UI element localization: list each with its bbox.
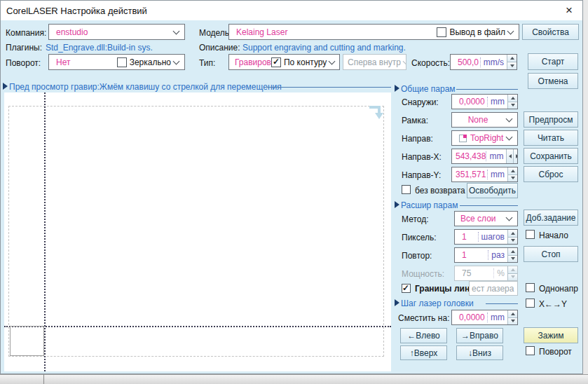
frame-select[interactable]: None — [451, 112, 518, 128]
outside-spinner[interactable] — [507, 95, 517, 109]
preview-button[interactable]: Предпросм — [524, 111, 578, 128]
pixel-spinner[interactable] — [507, 230, 517, 244]
reset-button[interactable]: Сброс — [524, 166, 578, 182]
advanced-header: Расшир парам — [401, 200, 458, 210]
add-task-button[interactable]: Доб.задание — [524, 210, 578, 226]
preview-header: Пред просмотр гравир:Жмём клавишу со стр… — [9, 82, 282, 92]
direction-x-value: 543,438 — [452, 151, 486, 161]
direction-select[interactable]: TopRight — [451, 130, 518, 146]
rotate-head-label: Поворот — [539, 347, 572, 357]
speed-unit: mm/s — [480, 57, 507, 67]
begin-label: Начало — [539, 231, 568, 240]
outside-label: Снаружи: — [402, 97, 439, 107]
rotate-label: Поворот: — [6, 58, 41, 68]
model-label: Модель: — [199, 28, 231, 38]
cancel-button[interactable]: Отмена — [528, 73, 578, 89]
inner-first-select: Сперва внутр — [343, 54, 406, 70]
header-line — [265, 87, 391, 88]
contour-checkbox[interactable] — [271, 57, 281, 67]
section-arrow-icon — [395, 299, 399, 306]
page-border — [8, 106, 384, 357]
properties-button[interactable]: Свойства — [522, 24, 579, 40]
rotate-head-checkbox[interactable] — [526, 346, 535, 355]
release-button[interactable]: Освободить — [467, 183, 518, 198]
direction-y-spinner[interactable] — [507, 167, 517, 181]
header-line — [460, 205, 518, 206]
begin-checkbox[interactable] — [526, 230, 535, 239]
speed-value: 500,0 — [451, 57, 480, 67]
mirror-checkbox[interactable] — [117, 57, 127, 67]
outside-input[interactable]: 0,0000 mm — [451, 94, 518, 109]
method-select[interactable]: Все слои — [454, 211, 518, 226]
direction-x-input[interactable]: 543,438 mm — [451, 149, 518, 164]
border-line-checkbox[interactable] — [402, 284, 411, 293]
pixel-input[interactable]: 1 шагов — [454, 229, 518, 245]
contour-label: По контуру — [284, 57, 327, 67]
rotate-value: Нет — [49, 57, 114, 67]
chevron-down-icon — [506, 214, 513, 221]
clamp-button[interactable]: Зажим — [524, 327, 578, 343]
direction-y-input[interactable]: 351,571 mm — [451, 167, 518, 182]
mirror-label: Зеркально — [130, 57, 171, 67]
xy-swap-checkbox[interactable] — [526, 299, 535, 308]
repeat-spinner[interactable] — [507, 248, 517, 262]
output-to-file-checkbox[interactable] — [437, 27, 446, 37]
move-right-button[interactable]: →Вправо — [456, 328, 503, 343]
window-title: CorelLASER Настройка действий — [6, 6, 147, 16]
oneway-checkbox[interactable] — [526, 283, 535, 292]
model-select[interactable]: Kelaing Laser Вывод в файл — [228, 24, 519, 40]
model-value: Kelaing Laser — [229, 27, 434, 37]
desktop-strip — [0, 374, 588, 384]
chevron-down-icon — [173, 57, 180, 64]
outside-unit: mm — [487, 97, 507, 107]
company-label: Компания: — [6, 28, 46, 38]
direction-y-value: 351,571 — [452, 170, 487, 179]
horizontal-guide-line — [4, 326, 391, 327]
move-up-button[interactable]: ↑Вверх — [400, 345, 447, 360]
close-icon[interactable]: × — [561, 3, 577, 18]
company-select[interactable]: enstudio — [48, 24, 185, 40]
preview-canvas[interactable] — [4, 92, 391, 371]
inner-first-value: Сперва внутр — [343, 57, 401, 67]
topright-direction-icon — [367, 103, 387, 121]
plugins-label: Плагины: — [6, 43, 42, 53]
section-arrow-icon — [395, 201, 399, 208]
type-select[interactable]: Гравиров По контуру — [228, 54, 340, 70]
start-button[interactable]: Старт — [528, 53, 578, 70]
direction-x-unit: mm — [486, 151, 506, 161]
power-unit: % — [493, 268, 507, 278]
topright-icon — [459, 135, 467, 142]
no-return-checkbox[interactable] — [402, 185, 411, 194]
chevron-down-icon — [506, 134, 513, 141]
shift-input[interactable]: 0,0000 mm — [451, 310, 518, 325]
laser-test-text: ест лазера — [470, 284, 517, 294]
description-value: Support engraving and cutting and markin… — [242, 43, 406, 53]
direction-x-label: Направ-X: — [402, 152, 442, 162]
chevron-down-icon — [506, 116, 513, 123]
direction-x-spinner[interactable] — [506, 149, 518, 163]
repeat-input[interactable]: 1 раз — [454, 247, 518, 263]
speed-spinner[interactable] — [507, 55, 517, 69]
chevron-down-icon — [507, 27, 514, 34]
frame-value: None — [452, 115, 504, 125]
section-arrow-icon — [3, 83, 8, 90]
shift-spinner[interactable] — [507, 310, 517, 324]
power-input: 75 % — [454, 266, 518, 281]
speed-input[interactable]: 500,0 mm/s — [450, 54, 517, 70]
power-value: 75 — [455, 268, 493, 278]
method-value: Все слои — [455, 214, 504, 224]
chevron-down-icon — [402, 57, 406, 64]
move-down-button[interactable]: ↓Вниз — [456, 345, 503, 360]
save-button[interactable]: Сохранить — [524, 148, 578, 164]
description-label: Описание: — [199, 43, 240, 53]
general-header: Общие парам — [401, 84, 456, 94]
xy-swap-label: X←→Y — [539, 299, 567, 309]
read-button[interactable]: Читать — [524, 130, 578, 146]
company-value: enstudio — [49, 27, 171, 37]
move-left-button[interactable]: ←Влево — [400, 328, 447, 343]
shift-value: 0,0000 — [452, 313, 487, 322]
direction-y-label: Направ-Y: — [402, 170, 441, 180]
chevron-down-icon — [173, 27, 180, 34]
rotate-select[interactable]: Нет Зеркально — [48, 54, 185, 70]
stop-button[interactable]: Стоп — [524, 246, 578, 262]
